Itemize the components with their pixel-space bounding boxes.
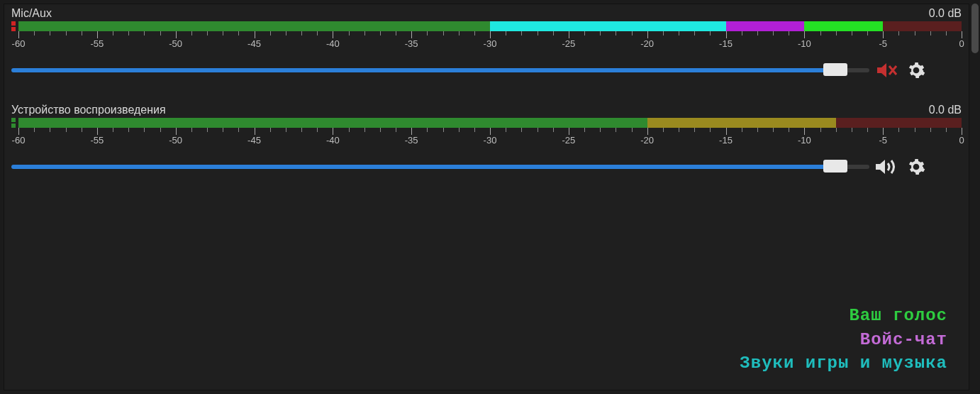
- tick-label: -15: [719, 135, 733, 146]
- db-readout: 0.0 dB: [929, 7, 962, 20]
- legend-item: Звуки игры и музыка: [740, 351, 947, 376]
- tick-label: -40: [326, 135, 340, 146]
- meter-segment: [883, 21, 962, 31]
- tick-label: -55: [90, 135, 104, 146]
- tick-label: -20: [640, 38, 654, 49]
- tick-label: -35: [405, 135, 418, 146]
- level-meter: [18, 21, 962, 31]
- tick-label: -25: [562, 38, 575, 49]
- tick-label: -60: [12, 135, 26, 146]
- tick-label: -50: [169, 135, 182, 146]
- volume-slider[interactable]: [11, 164, 869, 170]
- meter-segment: [490, 21, 726, 31]
- meter-segment: [726, 21, 805, 31]
- tick-label: -30: [484, 38, 497, 49]
- tick-label: -60: [12, 38, 26, 49]
- meter-segment: [18, 118, 647, 128]
- tick-label: -10: [798, 135, 811, 146]
- source-name: Mic/Aux: [11, 7, 52, 20]
- mute-icon[interactable]: [874, 60, 899, 81]
- peak-indicator: [11, 118, 16, 128]
- peak-indicator: [11, 21, 16, 31]
- mixer-source: Mic/Aux0.0 dB-60-55-50-45-40-35-30-25-20…: [11, 4, 962, 81]
- tick-label: 0: [959, 135, 964, 146]
- slider-thumb[interactable]: [823, 63, 847, 76]
- tick-label: -15: [719, 38, 733, 49]
- tick-label: -55: [90, 38, 104, 49]
- gear-icon[interactable]: [903, 60, 929, 81]
- tick-label: -40: [326, 38, 340, 49]
- gear-icon[interactable]: [903, 156, 929, 177]
- scale-ticks: -60-55-50-45-40-35-30-25-20-15-10-50: [18, 31, 962, 50]
- meter-segment: [647, 118, 836, 128]
- slider-thumb[interactable]: [823, 160, 847, 173]
- tick-label: -5: [879, 38, 887, 49]
- legend-item: Ваш голос: [740, 304, 947, 328]
- tick-label: -10: [798, 38, 811, 49]
- tick-label: -35: [405, 38, 418, 49]
- source-name: Устройство воспроизведения: [11, 104, 166, 116]
- meter-segment: [804, 21, 883, 31]
- tick-label: -25: [562, 135, 575, 146]
- tick-label: -45: [247, 135, 261, 146]
- mixer-source: Устройство воспроизведения0.0 dB-60-55-5…: [11, 81, 962, 177]
- scale-ticks: -60-55-50-45-40-35-30-25-20-15-10-50: [18, 128, 962, 146]
- tick-label: -45: [247, 38, 261, 49]
- meter-segment: [18, 21, 490, 31]
- audio-mixer-panel: Mic/Aux0.0 dB-60-55-50-45-40-35-30-25-20…: [4, 4, 969, 390]
- speaker-icon[interactable]: [874, 156, 899, 177]
- level-meter: [18, 118, 962, 128]
- tick-label: -30: [484, 135, 497, 146]
- db-readout: 0.0 dB: [929, 104, 962, 116]
- tick-label: -20: [640, 135, 654, 146]
- legend: Ваш голосВойс-чатЗвуки игры и музыка: [740, 304, 947, 376]
- scrollbar-thumb[interactable]: [971, 4, 979, 53]
- tick-label: -50: [169, 38, 182, 49]
- tick-label: 0: [959, 38, 964, 49]
- volume-slider[interactable]: [11, 67, 869, 73]
- legend-item: Войс-чат: [740, 328, 947, 352]
- meter-segment: [836, 118, 962, 128]
- tick-label: -5: [879, 135, 887, 146]
